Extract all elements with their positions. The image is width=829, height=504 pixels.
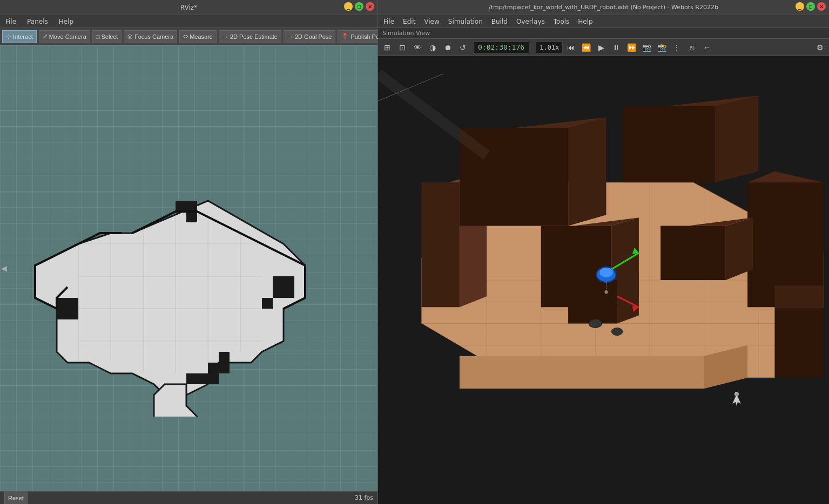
webots-settings-button[interactable]: ⚙ (813, 41, 827, 54)
webots-menubar: File Edit View Simulation Build Overlays… (378, 15, 829, 28)
rviz-window-controls: _ □ ✕ (344, 2, 374, 11)
select-button[interactable]: □ Select (92, 30, 122, 43)
svg-rect-3 (273, 276, 294, 298)
webots-menu-help[interactable]: Help (576, 17, 595, 26)
webots-shadow-button[interactable]: ◑ (426, 41, 440, 54)
webots-rewind-button[interactable]: ⏮ (564, 41, 578, 54)
rewind-icon: ⏮ (567, 43, 575, 52)
reset-button[interactable]: Reset (4, 492, 28, 505)
refresh-icon: ↺ (460, 43, 466, 52)
goal-pose-button[interactable]: → 2D Goal Pose (284, 30, 335, 43)
back-icon: ← (703, 43, 711, 52)
webots-record-button[interactable]: ⏺ (441, 41, 455, 54)
interact-button[interactable]: ⊹ Interact (2, 30, 37, 43)
svg-rect-9 (57, 298, 78, 319)
rviz-menu-panels[interactable]: Panels (25, 17, 50, 26)
webots-fast-forward-button[interactable]: ⏩ (624, 41, 638, 54)
interact-label: Interact (13, 33, 33, 40)
rviz-viewport[interactable]: ◀ (0, 45, 378, 491)
pose-estimate-icon: → (223, 33, 228, 40)
webots-pause-button[interactable]: ⏸ (609, 41, 623, 54)
left-panel-arrow[interactable]: ◀ (1, 264, 7, 273)
svg-marker-53 (726, 217, 753, 280)
rviz-close-button[interactable]: ✕ (366, 2, 374, 11)
svg-rect-2 (186, 212, 197, 222)
measure-button[interactable]: ⇔ Measure (179, 30, 217, 43)
rviz-menubar: File Panels Help (0, 15, 378, 28)
simulation-view-text: Simulation View (382, 30, 430, 37)
measure-label: Measure (190, 33, 213, 40)
move-camera-icon: ⤢ (43, 33, 48, 40)
simulation-time-display: 0:02:30:176 (473, 42, 529, 53)
svg-marker-66 (460, 356, 704, 389)
webots-close-button[interactable]: ✕ (817, 2, 826, 11)
svg-rect-5 (219, 352, 230, 373)
goal-pose-icon: → (287, 33, 293, 40)
fast-forward-icon: ⏩ (627, 43, 636, 52)
floor-plan-visualization (8, 147, 332, 417)
rviz-menu-help[interactable]: Help (57, 17, 76, 26)
rviz-menu-file[interactable]: File (3, 17, 18, 26)
move-camera-button[interactable]: ⤢ Move Camera (39, 30, 90, 43)
webots-menu-simulation[interactable]: Simulation (446, 17, 485, 26)
svg-marker-40 (623, 106, 715, 182)
webots-window-controls: _ □ ✕ (796, 2, 826, 11)
shadow-icon: ◑ (429, 43, 436, 52)
webots-viewpoint-button[interactable]: 👁 (410, 41, 424, 54)
webots-panel: /tmp/tmpwcef_kor_world_with_URDF_robot.w… (378, 0, 829, 504)
focus-camera-button[interactable]: ◎ Focus Camera (124, 30, 177, 43)
pause-icon: ⏸ (612, 43, 620, 52)
fit-icon: ⊡ (399, 43, 406, 52)
webots-menu-overlays[interactable]: Overlays (514, 17, 547, 26)
speed-value: 1.01x (540, 44, 559, 51)
webots-step-back-button[interactable]: ⏪ (579, 41, 593, 54)
measure-icon: ⇔ (183, 33, 188, 40)
webots-grid-button[interactable]: ⋮ (670, 41, 684, 54)
webots-perspective-button[interactable]: ⊞ (380, 41, 394, 54)
svg-point-56 (599, 268, 612, 277)
webots-3d-scene (378, 56, 829, 504)
webots-menu-view[interactable]: View (422, 17, 441, 26)
webots-menu-tools[interactable]: Tools (551, 17, 572, 26)
svg-rect-4 (262, 298, 273, 309)
rviz-minimize-button[interactable]: _ (344, 2, 353, 11)
rviz-statusbar: Reset 31 fps (0, 491, 378, 504)
svg-rect-7 (186, 373, 208, 384)
webots-3d-viewport[interactable] (378, 56, 829, 504)
webots-maximize-button[interactable]: □ (806, 2, 815, 11)
webots-share-button[interactable]: ⎋ (685, 41, 699, 54)
publish-point-icon: 📍 (341, 33, 349, 40)
webots-menu-file[interactable]: File (381, 17, 396, 26)
svg-marker-45 (774, 307, 824, 378)
perspective-icon: ⊞ (384, 43, 390, 52)
webots-refresh-button[interactable]: ↺ (456, 41, 470, 54)
rviz-maximize-button[interactable]: □ (355, 2, 363, 11)
svg-point-65 (612, 328, 623, 336)
step-back-icon: ⏪ (582, 43, 591, 52)
svg-rect-6 (208, 363, 219, 384)
svg-marker-50 (568, 280, 617, 323)
webots-camera-button[interactable]: 📸 (655, 41, 669, 54)
svg-rect-1 (176, 201, 197, 212)
viewpoint-icon: 👁 (414, 43, 421, 52)
grid-icon: ⋮ (673, 43, 680, 52)
simulation-view-header: Simulation View (378, 28, 829, 39)
webots-toolbar: ⊞ ⊡ 👁 ◑ ⏺ ↺ 0:02:30:176 1.01x ⏮ ⏪ (378, 39, 829, 56)
snapshot-icon: 📷 (642, 43, 651, 52)
webots-snapshot-button[interactable]: 📷 (639, 41, 653, 54)
svg-marker-34 (421, 182, 459, 307)
webots-fit-button[interactable]: ⊡ (395, 41, 409, 54)
share-icon: ⎋ (690, 43, 694, 52)
webots-back-button[interactable]: ← (700, 41, 714, 54)
webots-menu-edit[interactable]: Edit (401, 17, 417, 26)
pose-estimate-button[interactable]: → 2D Pose Estimate (219, 30, 281, 43)
webots-play-button[interactable]: ▶ (594, 41, 608, 54)
interact-icon: ⊹ (6, 33, 11, 40)
webots-minimize-button[interactable]: _ (796, 2, 804, 11)
goal-pose-label: 2D Goal Pose (295, 33, 332, 40)
simulation-speed-display: 1.01x (536, 42, 563, 53)
rviz-panel: RViz* _ □ ✕ File Panels Help ⊹ Interact … (0, 0, 378, 504)
select-icon: □ (96, 33, 100, 40)
webots-menu-build[interactable]: Build (489, 17, 510, 26)
webots-window-title: /tmp/tmpwcef_kor_world_with_URDF_robot.w… (489, 4, 718, 11)
